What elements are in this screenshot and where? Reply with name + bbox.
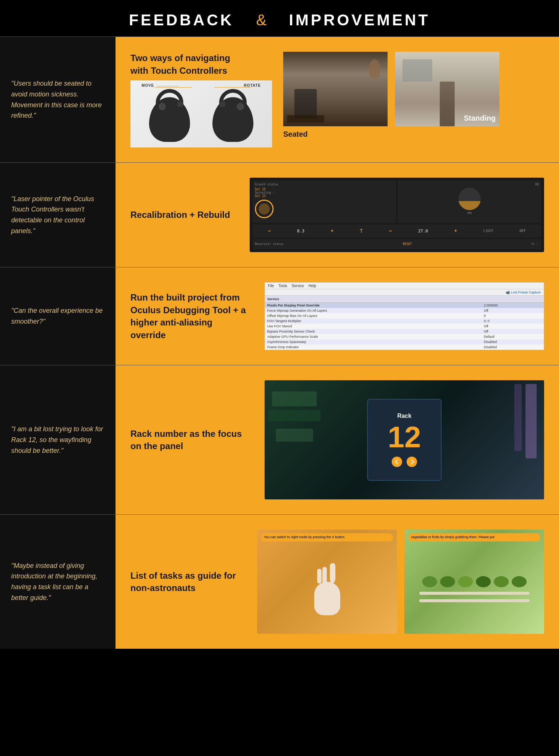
section-rack: "I am a bit lost trying to look for Rack… [0,365,559,514]
debug-row-value: 2.000000 [481,303,544,308]
debug-toolbar: 📹 Lost Frame Capture [265,289,544,296]
hand-palm [314,582,340,615]
task-tooltip-1: You can switch to night mode by pressing… [261,533,393,541]
header-improvement: IMPROVEMENT [289,11,430,29]
table-row: Bypass Proximity Sensor Check Off [265,329,544,334]
right-panel-3: Run the built project from Oculus Debugg… [116,267,559,365]
task-photo-1-inner [257,530,397,634]
photos-container: Seated Standing [283,52,544,139]
menu-file: File [268,284,274,288]
debug-row-label: Asynchronous Spacewarp [265,339,481,344]
improvement-label-4: Rack number as the focus on the panel [130,428,250,452]
lettuce-5 [494,576,509,587]
improvement-label-5: List of tasks as guide for non-astronaut… [130,569,250,594]
controllers-image: MOVE ROTATE [130,80,272,147]
table-row: FOV-Tangent Multiplier 0; 0 [265,318,544,324]
section-recalibration: "Laser pointer of the Oculus Touch Contr… [0,162,559,267]
improvement-label-2: Recalibration + Rebuild [130,209,235,221]
page-header: FEEDBACK & IMPROVEMENT [0,0,559,36]
seated-photo [283,52,388,126]
debug-row-value: Disabled [481,339,544,344]
rack-title: Rack [397,413,411,419]
header-feedback: FEEDBACK [129,11,234,29]
menu-help: Help [309,284,316,288]
improvement-label-1: Two ways of navigating with Touch Contro… [130,52,250,77]
lettuce-6 [512,576,527,587]
debug-row-label: Frame Drop Indicator [265,344,481,350]
table-row: Force Mipmap Generation On All Layers Of… [265,308,544,313]
tray-line-2 [419,599,530,602]
debug-row-label: Bypass Proximity Sensor Check [265,329,481,334]
section1-left: Two ways of navigating with Touch Contro… [130,52,272,147]
seated-photo-inner [283,52,388,126]
lettuce-3 [458,576,473,587]
task-photo-1: You can switch to night mode by pressing… [257,530,397,634]
improvement-label-3: Run the built project from Oculus Debugg… [130,291,250,341]
section-touch-controllers: "Users should be seated to avoid motion … [0,36,559,162]
recal-screenshot: Growth status Sol 15 Sprouting : Sol 13 … [250,178,544,252]
debug-menubar: File Tools Service Help [265,283,544,289]
table-row: Asynchronous Spacewarp Disabled [265,339,544,344]
rack-btn-right[interactable] [407,457,417,467]
quote-4: "I am a bit lost trying to look for Rack… [11,424,104,456]
lettuce-container [416,558,533,606]
menu-service: Service [291,284,304,288]
menu-tools: Tools [278,284,287,288]
seated-label: Seated [283,130,388,139]
quote-2: "Laser pointer of the Oculus Touch Contr… [11,194,104,236]
section-debugging: "Can the overall experience be smoother?… [0,267,559,365]
debug-table: Pixels Per Display Pixel Override 2.0000… [265,303,544,350]
debug-row-label: Use FOV Stencil [265,324,481,329]
table-row: Adaptive GPU Performance Scale Default [265,334,544,339]
debug-screenshot: File Tools Service Help 📹 Lost Frame Cap… [265,282,544,350]
controller-left [149,97,190,142]
debug-row-value: 0; 0 [481,318,544,324]
rack-btn-left[interactable] [392,457,402,467]
section-task-list: "Maybe instead of giving introduction at… [0,514,559,649]
table-row: Use FOV Stencil Off [265,324,544,329]
controller-right [212,97,253,142]
left-panel-3: "Can the overall experience be smoother?… [0,267,116,365]
debug-row-value: Off [481,324,544,329]
debug-row-value: Off [481,308,544,313]
right-panel-4: Rack number as the focus on the panel Ra… [116,365,559,514]
lettuce-2 [440,576,455,587]
right-panel-1: Two ways of navigating with Touch Contro… [116,37,559,162]
move-label: MOVE [142,83,154,88]
right-panel-5: List of tasks as guide for non-astronaut… [116,515,559,649]
rack-number: 12 [388,422,421,452]
table-row: Pixels Per Display Pixel Override 2.0000… [265,303,544,308]
debug-row-label: Offset Mipmap Bias On All Layers [265,313,481,318]
standing-container: Standing [395,52,499,126]
debug-row-label: Force Mipmap Generation On All Layers [265,308,481,313]
debug-row-value: Disabled [481,344,544,350]
quote-1: "Users should be seated to avoid motion … [11,78,104,121]
debug-row-label: FOV-Tangent Multiplier [265,318,481,324]
controllers-visual: MOVE ROTATE [130,80,272,147]
ctrl-container: MOVE ROTATE [130,80,272,147]
lettuce-4 [476,576,491,587]
rack-screenshot: Rack 12 [265,380,544,499]
debug-row-label: Pixels Per Display Pixel Override [265,303,481,308]
header-ampersand: & [256,11,266,29]
left-panel-2: "Laser pointer of the Oculus Touch Contr… [0,163,116,267]
quote-3: "Can the overall experience be smoother?… [11,305,104,327]
debug-row-value: Off [481,329,544,334]
standing-photo: Standing [395,52,499,126]
debug-row-label: Adaptive GPU Performance Scale [265,334,481,339]
lost-frame-capture: 📹 Lost Frame Capture [506,290,541,294]
right-panel-2: Recalibration + Rebuild Growth status So… [116,163,559,267]
left-panel-1: "Users should be seated to avoid motion … [0,37,116,162]
task-tooltip-2: vegetables or fruits by simply grabbing … [408,533,540,541]
task-photo-2: vegetables or fruits by simply grabbing … [404,530,544,634]
lettuce-1 [422,576,437,587]
tray-line [419,592,530,595]
standing-label: Standing [464,114,496,123]
task-photos-row: You can switch to night mode by pressing… [257,530,544,634]
debug-row-value: 0 [481,313,544,318]
recal-growth-status: Growth status [255,183,394,186]
seated-container: Seated [283,52,388,139]
quote-5: "Maybe instead of giving introduction at… [11,560,104,603]
task-photo-2-inner [404,530,544,634]
rack-panel: Rack 12 [367,399,442,481]
